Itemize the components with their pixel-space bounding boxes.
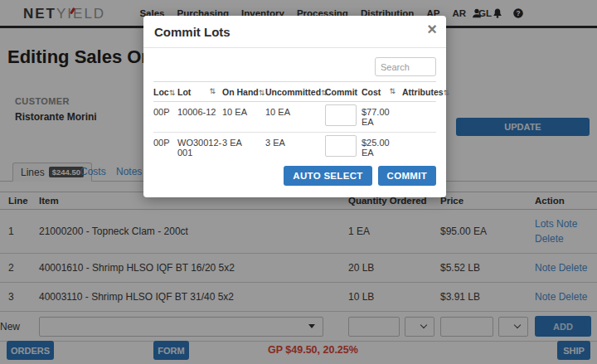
- lot-row: 00P WO30012-001 3 EA 3 EA $25.00 EA: [153, 133, 436, 163]
- on-hand-cell: 10 EA: [222, 102, 265, 133]
- commit-lots-modal: Commit Lots × Loc⇅ Lot⇅ On Hand⇅ Uncommi…: [143, 16, 446, 197]
- attributes-cell: [402, 102, 436, 133]
- commit-cell: [325, 102, 362, 133]
- col-cost[interactable]: Cost⇅: [362, 82, 402, 102]
- lot-cell: 10006-12: [177, 102, 222, 133]
- col-loc[interactable]: Loc⇅: [153, 82, 177, 102]
- loc-cell: 00P: [153, 133, 177, 163]
- col-attributes[interactable]: Attributes⇅: [402, 82, 436, 102]
- commit-input[interactable]: [325, 135, 357, 157]
- lots-header-row: Loc⇅ Lot⇅ On Hand⇅ Uncommitted⇅ Commit C…: [153, 82, 436, 102]
- col-on-hand[interactable]: On Hand⇅: [222, 82, 265, 102]
- col-lot[interactable]: Lot⇅: [177, 82, 222, 102]
- modal-body: Loc⇅ Lot⇅ On Hand⇅ Uncommitted⇅ Commit C…: [143, 48, 446, 197]
- modal-header: Commit Lots ×: [143, 16, 446, 48]
- uncommitted-cell: 10 EA: [265, 102, 325, 133]
- col-commit: Commit: [325, 82, 362, 102]
- lots-table: Loc⇅ Lot⇅ On Hand⇅ Uncommitted⇅ Commit C…: [153, 81, 436, 163]
- uncommitted-cell: 3 EA: [265, 133, 325, 163]
- col-uncommitted[interactable]: Uncommitted⇅: [265, 82, 325, 102]
- auto-select-button[interactable]: AUTO SELECT: [284, 166, 371, 186]
- search-area: [153, 57, 436, 76]
- search-input[interactable]: [375, 57, 436, 76]
- sort-icon: ⇅: [209, 87, 216, 95]
- commit-input[interactable]: [325, 104, 357, 126]
- app-screen: NETYIELD Sales Purchasing Inventory Proc…: [0, 0, 597, 364]
- modal-button-row: AUTO SELECT COMMIT: [153, 163, 436, 191]
- cost-cell: $77.00 EA: [362, 102, 402, 133]
- modal-title: Commit Lots: [154, 25, 231, 39]
- loc-cell: 00P: [153, 102, 177, 133]
- lot-row: 00P 10006-12 10 EA 10 EA $77.00 EA: [153, 102, 436, 133]
- sort-icon: ⇅: [169, 89, 176, 97]
- close-icon[interactable]: ×: [427, 21, 437, 37]
- cost-cell: $25.00 EA: [362, 133, 402, 163]
- commit-cell: [325, 133, 362, 163]
- sort-icon: ⇅: [259, 89, 265, 97]
- on-hand-cell: 3 EA: [222, 133, 265, 163]
- attributes-cell: [402, 133, 436, 163]
- commit-button[interactable]: COMMIT: [378, 166, 436, 186]
- sort-icon: ⇅: [389, 87, 396, 95]
- sort-icon: ⇅: [444, 89, 450, 97]
- lot-cell: WO30012-001: [177, 133, 222, 163]
